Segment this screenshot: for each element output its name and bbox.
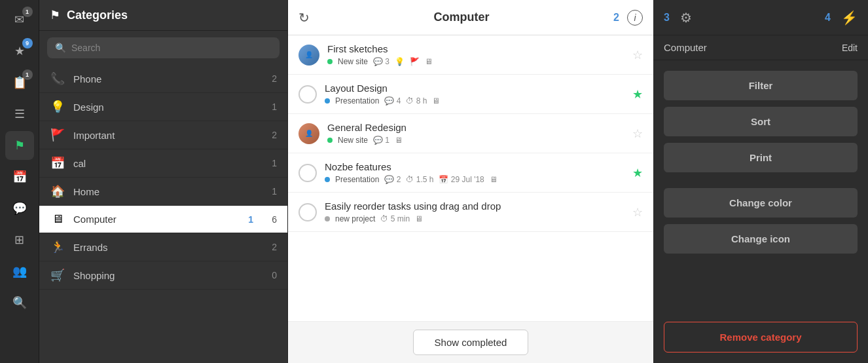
- task-info: First sketches New site 💬 3 💡 🚩 🖥: [327, 43, 624, 66]
- edit-button[interactable]: Edit: [842, 43, 858, 53]
- project-name: new project: [335, 214, 375, 223]
- star-button[interactable]: ★: [632, 166, 643, 180]
- category-item-important[interactable]: 🚩 Important 2: [39, 121, 287, 149]
- change-icon-button[interactable]: Change icon: [664, 224, 858, 254]
- task-item[interactable]: Nozbe features Presentation 💬 2 ⏱ 1.5 h …: [288, 153, 653, 193]
- category-item-errands[interactable]: 🏃 Errands 2: [39, 233, 287, 261]
- filter-button[interactable]: Filter: [664, 71, 858, 100]
- category-item-shopping[interactable]: 🛒 Shopping 0: [39, 261, 287, 290]
- category-count: 2: [264, 130, 277, 140]
- info-icon[interactable]: i: [627, 10, 643, 26]
- sidebar: ⚑ Categories 🔍 📞 Phone 2 💡 Design 1 🚩 Im…: [39, 0, 288, 363]
- comment-icon: 💬 2: [384, 175, 401, 184]
- right-panel: 3 ⚙ 4 ⚡ Computer Edit Filter Sort Print …: [653, 0, 868, 363]
- category-name: Computer: [73, 214, 240, 225]
- task-checkbox[interactable]: [298, 164, 317, 182]
- project-dot: [327, 138, 333, 143]
- task-meta: New site 💬 3 💡 🚩 🖥: [327, 57, 624, 66]
- change-color-button[interactable]: Change color: [664, 188, 858, 218]
- star-button[interactable]: ★: [632, 87, 643, 102]
- category-name: Home: [73, 186, 256, 197]
- right-panel-icons: 4 ⚡: [825, 10, 858, 26]
- lightning-icon[interactable]: ⚡: [841, 10, 858, 26]
- task-count-badge: 2: [613, 12, 619, 24]
- grid-item[interactable]: ⊞: [5, 225, 34, 254]
- chat-item[interactable]: 💬: [5, 194, 34, 223]
- star-button[interactable]: ☆: [632, 48, 643, 62]
- main-content: ↻ Computer 2 i 👤 First sketches New site…: [288, 0, 653, 363]
- task-item[interactable]: Easily reorder tasks using drag and drop…: [288, 193, 653, 232]
- chat-icon: 💬: [12, 201, 27, 216]
- task-item[interactable]: 👤 First sketches New site 💬 3 💡 🚩 🖥 ☆: [288, 35, 653, 75]
- task-title: First sketches: [327, 43, 624, 54]
- task-meta: Presentation 💬 4 ⏱ 8 h 🖥: [325, 96, 624, 105]
- task-info: General Redesign New site 💬 1 🖥: [327, 122, 624, 145]
- calendar-item[interactable]: 📅: [5, 162, 34, 191]
- task-title: Layout Design: [325, 83, 624, 94]
- comment-icon: 💬 4: [384, 96, 401, 105]
- search-icon-item[interactable]: 🔍: [5, 288, 34, 317]
- tab-4[interactable]: 4: [825, 12, 831, 24]
- search-bar[interactable]: 🔍: [47, 37, 280, 58]
- category-name: Important: [73, 130, 256, 141]
- phone-icon: 📞: [50, 71, 65, 86]
- right-panel-title-bar: Computer Edit: [653, 35, 868, 60]
- star-button[interactable]: ☆: [632, 126, 643, 141]
- category-item-home[interactable]: 🏠 Home 1: [39, 178, 287, 206]
- starred-item[interactable]: ★ 9: [5, 37, 34, 66]
- sort-button[interactable]: Sort: [664, 107, 858, 136]
- notifications-item[interactable]: ✉ 1: [5, 5, 34, 34]
- categories-flag-icon: ⚑: [50, 8, 60, 22]
- home-icon: 🏠: [50, 184, 65, 199]
- task-item[interactable]: 👤 General Redesign New site 💬 1 🖥 ☆: [288, 114, 653, 153]
- task-item[interactable]: Layout Design Presentation 💬 4 ⏱ 8 h 🖥 ★: [288, 75, 653, 114]
- show-completed-button[interactable]: Show completed: [413, 330, 529, 355]
- gear-icon[interactable]: ⚙: [680, 10, 692, 26]
- shopping-icon: 🛒: [50, 268, 65, 282]
- project-name: Presentation: [335, 96, 379, 105]
- category-count: 2: [264, 73, 277, 84]
- category-item-computer[interactable]: 🖥 Computer 1 6: [39, 206, 287, 233]
- category-item-design[interactable]: 💡 Design 1: [39, 93, 287, 121]
- task-checkbox[interactable]: [298, 203, 317, 221]
- task-meta: New site 💬 1 🖥: [327, 136, 624, 145]
- print-button[interactable]: Print: [664, 143, 858, 172]
- sidebar-header: ⚑ Categories: [39, 0, 287, 31]
- search-icon: 🔍: [12, 296, 27, 310]
- refresh-icon[interactable]: ↻: [298, 10, 310, 26]
- project-name: New site: [338, 57, 368, 66]
- star-button[interactable]: ☆: [632, 205, 643, 220]
- task-avatar: 👤: [298, 45, 319, 66]
- flag-item[interactable]: ⚑: [5, 131, 34, 160]
- category-list: 📞 Phone 2 💡 Design 1 🚩 Important 2 📅 cal…: [39, 65, 287, 363]
- cal-icon: 📅: [50, 156, 65, 170]
- flag-icon: ⚑: [14, 138, 25, 153]
- important-icon: 🚩: [50, 128, 65, 142]
- icon-bar: ✉ 1 ★ 9 📋 1 ☰ ⚑ 📅 💬 ⊞ 👥 🔍: [0, 0, 39, 363]
- tab-3[interactable]: 3: [664, 12, 670, 24]
- remove-category-button[interactable]: Remove category: [664, 322, 858, 353]
- category-item-cal[interactable]: 📅 cal 1: [39, 149, 287, 178]
- people-item[interactable]: 👥: [5, 257, 34, 286]
- inbox-item[interactable]: 📋 1: [5, 68, 34, 97]
- notifications-badge: 1: [22, 7, 33, 17]
- category-item-phone[interactable]: 📞 Phone 2: [39, 65, 287, 93]
- task-meta: Presentation 💬 2 ⏱ 1.5 h 📅 29 Jul '18 🖥: [325, 175, 624, 184]
- inbox-badge: 1: [22, 69, 33, 80]
- task-list: 👤 First sketches New site 💬 3 💡 🚩 🖥 ☆ La…: [288, 35, 653, 321]
- list-item[interactable]: ☰: [5, 100, 34, 128]
- search-input[interactable]: [71, 43, 272, 53]
- time-icon: ⏱ 1.5 h: [406, 175, 433, 184]
- task-info: Layout Design Presentation 💬 4 ⏱ 8 h 🖥: [325, 83, 624, 105]
- computer-meta-icon: 🖥: [415, 214, 423, 223]
- task-title: Nozbe features: [325, 161, 624, 172]
- category-count: 1: [264, 186, 277, 197]
- right-panel-header: 3 ⚙ 4 ⚡: [653, 0, 868, 35]
- main-header: ↻ Computer 2 i: [288, 0, 653, 35]
- comment-icon: 💬 1: [373, 136, 389, 145]
- project-name: New site: [338, 136, 368, 145]
- grid-icon: ⊞: [14, 233, 24, 247]
- category-count: 6: [264, 214, 277, 225]
- calendar-icon: 📅: [12, 170, 27, 184]
- task-checkbox[interactable]: [298, 85, 317, 104]
